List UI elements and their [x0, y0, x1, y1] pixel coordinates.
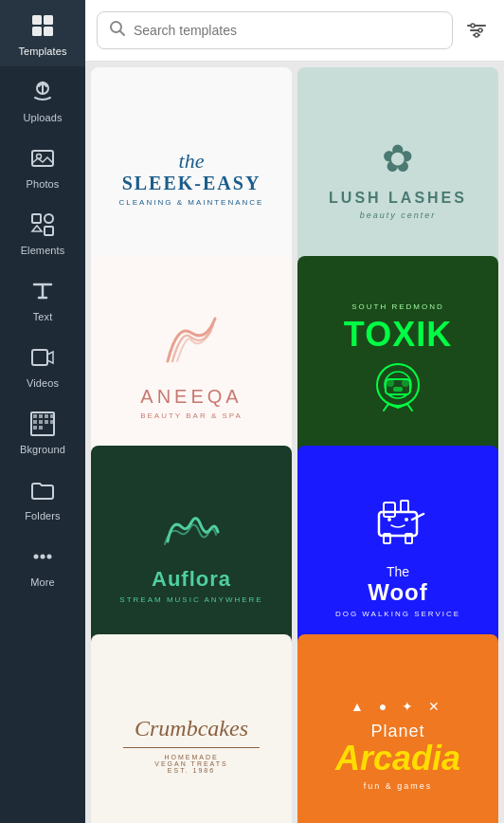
- crumbcakes-sub2: VEGAN TREATS: [154, 760, 227, 767]
- woof-the: The: [387, 564, 409, 579]
- templates-icon: [30, 13, 55, 42]
- crumbcakes-sub1: HOMEMADE: [164, 754, 218, 760]
- sidebar-item-folders[interactable]: Folders: [0, 465, 85, 531]
- svg-point-14: [47, 555, 52, 559]
- text-icon: [30, 279, 55, 307]
- template-card-auflora[interactable]: Auflora STREAM MUSIC ANYWHERE: [91, 446, 292, 667]
- svg-point-19: [471, 24, 475, 27]
- sidebar-item-text[interactable]: Text: [0, 265, 85, 332]
- uploads-icon: [30, 80, 55, 108]
- auflora-brand: Auflora: [152, 567, 231, 592]
- svg-rect-8: [45, 214, 53, 223]
- svg-rect-9: [45, 227, 53, 235]
- aneeqa-sub: BEAUTY BAR & SPA: [140, 412, 243, 420]
- card-inner: the SLEEK-EASY CLEANING & MAINTENANCE: [91, 67, 292, 288]
- svg-rect-0: [32, 15, 42, 25]
- sleek-easy-script: the: [179, 150, 205, 173]
- sidebar-item-elements[interactable]: Elements: [0, 199, 85, 265]
- sidebar-label-uploads: Uploads: [23, 112, 62, 123]
- lush-lashes-brand: LUSH LASHES: [329, 190, 467, 207]
- search-wrapper[interactable]: [97, 11, 453, 49]
- toxik-top: SOUTH REDMOND: [351, 302, 444, 311]
- template-card-sleek-easy[interactable]: the SLEEK-EASY CLEANING & MAINTENANCE: [91, 67, 292, 288]
- card-inner: The Woof DOG WALKING SERVICE: [297, 446, 498, 667]
- template-card-arcadia[interactable]: ▲ ● ✦ ✕ Planet Arcadia fun & games: [297, 634, 498, 823]
- lush-lashes-sub: beauty center: [360, 210, 437, 220]
- search-icon: [109, 20, 126, 41]
- sleek-easy-sub: CLEANING & MAINTENANCE: [119, 198, 264, 207]
- search-input[interactable]: [134, 23, 441, 38]
- woof-dog: [365, 493, 431, 557]
- card-inner: SOUTH REDMOND TOXIK: [297, 256, 498, 477]
- sidebar-label-photos: Photos: [27, 178, 60, 190]
- sidebar-label-templates: Templates: [18, 46, 66, 57]
- svg-rect-27: [393, 387, 403, 392]
- svg-point-35: [405, 518, 408, 521]
- toxik-brand: TOXIK: [344, 315, 452, 355]
- elements-icon: [30, 212, 55, 241]
- crumbcakes-brand: Crumbcakes: [135, 716, 248, 741]
- card-inner: ANEEQA BEAUTY BAR & SPA: [91, 256, 292, 477]
- woof-brand: Woof: [368, 579, 428, 606]
- sidebar-label-videos: Videos: [27, 377, 59, 389]
- template-card-crumbcakes[interactable]: Crumbcakes HOMEMADE VEGAN TREATS EST. 19…: [91, 634, 292, 823]
- arcadia-brand: Arcadia: [335, 741, 460, 776]
- auflora-sub: STREAM MUSIC ANYWHERE: [119, 595, 262, 604]
- svg-rect-1: [44, 15, 53, 25]
- lush-lashes-flower: ✿: [382, 137, 414, 180]
- woof-sub: DOG WALKING SERVICE: [335, 610, 460, 618]
- template-card-woof[interactable]: The Woof DOG WALKING SERVICE: [297, 446, 498, 667]
- sidebar-item-more[interactable]: More: [0, 531, 85, 597]
- template-card-aneeqa[interactable]: ANEEQA BEAUTY BAR & SPA: [91, 256, 292, 477]
- sidebar-item-photos[interactable]: Photos: [0, 133, 85, 199]
- svg-point-25: [387, 379, 394, 387]
- aneeqa-brand: ANEEQA: [140, 386, 242, 408]
- svg-point-20: [478, 28, 482, 32]
- sidebar-item-uploads[interactable]: Uploads: [0, 66, 85, 133]
- svg-rect-29: [384, 503, 395, 517]
- toxik-mask: [365, 358, 431, 430]
- svg-point-21: [475, 33, 478, 37]
- svg-point-13: [41, 555, 45, 559]
- svg-point-34: [387, 518, 391, 521]
- svg-rect-7: [32, 214, 41, 223]
- folders-icon: [30, 478, 55, 506]
- videos-icon: [30, 345, 55, 374]
- sleek-easy-brand: SLEEK-EASY: [122, 173, 261, 194]
- sidebar-label-background: Bkground: [20, 444, 65, 455]
- sidebar-item-templates[interactable]: Templates: [0, 0, 85, 66]
- more-icon: [30, 544, 55, 573]
- search-bar: [85, 0, 504, 62]
- sidebar-label-more: More: [30, 576, 55, 588]
- crumbcakes-divider: [123, 747, 260, 748]
- svg-rect-3: [44, 27, 53, 36]
- card-inner: Crumbcakes HOMEMADE VEGAN TREATS EST. 19…: [91, 634, 292, 823]
- sidebar-item-videos[interactable]: Videos: [0, 332, 85, 398]
- filter-button[interactable]: [460, 14, 493, 46]
- card-inner: ▲ ● ✦ ✕ Planet Arcadia fun & games: [297, 634, 498, 823]
- svg-point-12: [34, 555, 39, 559]
- svg-point-26: [402, 379, 409, 387]
- sidebar-label-text: Text: [33, 311, 53, 322]
- template-card-lush-lashes[interactable]: ✿ LUSH LASHES beauty center: [297, 67, 498, 288]
- sidebar-label-elements: Elements: [21, 245, 65, 256]
- arcadia-sub: fun & games: [364, 781, 433, 791]
- crumbcakes-year: EST. 1986: [168, 767, 215, 774]
- svg-rect-5: [32, 151, 53, 166]
- background-icon: [30, 412, 55, 440]
- template-card-toxik[interactable]: SOUTH REDMOND TOXIK: [297, 256, 498, 477]
- sidebar: Templates Uploads Photos: [0, 0, 85, 823]
- svg-rect-30: [401, 501, 408, 512]
- svg-rect-10: [32, 350, 47, 365]
- photos-icon: [30, 146, 55, 174]
- arcadia-icons: ▲ ● ✦ ✕: [351, 699, 445, 714]
- aneeqa-symbol: [158, 314, 225, 378]
- sidebar-label-folders: Folders: [25, 510, 60, 521]
- card-inner: ✿ LUSH LASHES beauty center: [297, 67, 498, 288]
- auflora-icon: [163, 508, 220, 559]
- svg-rect-2: [32, 27, 42, 36]
- main-content: the SLEEK-EASY CLEANING & MAINTENANCE ✿ …: [85, 0, 504, 823]
- card-inner: Auflora STREAM MUSIC ANYWHERE: [91, 446, 292, 667]
- template-grid: the SLEEK-EASY CLEANING & MAINTENANCE ✿ …: [85, 62, 504, 823]
- sidebar-item-background[interactable]: Bkground: [0, 398, 85, 465]
